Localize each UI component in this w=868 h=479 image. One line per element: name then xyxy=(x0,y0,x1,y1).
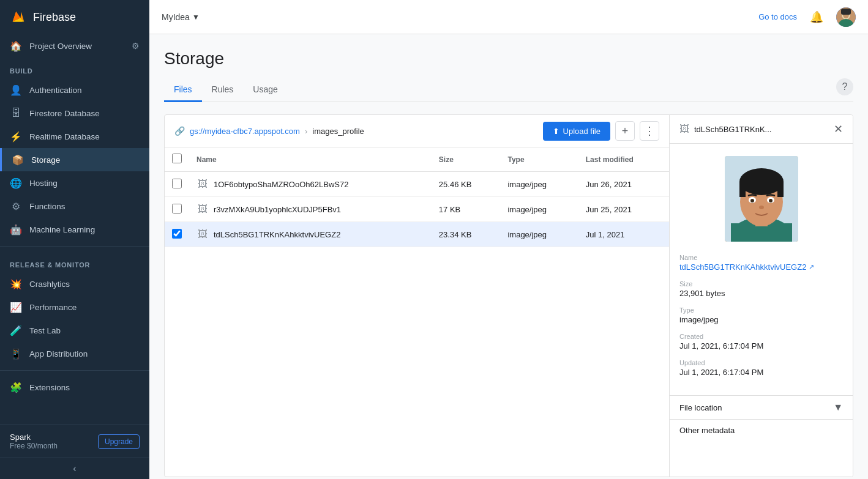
sidebar-collapse-button[interactable]: ‹ xyxy=(0,458,149,479)
sidebar-header: Firebase xyxy=(0,0,149,34)
sidebar-item-crashlytics[interactable]: 💥 Crashlytics xyxy=(0,272,149,295)
sidebar-item-authentication[interactable]: 👤 Authentication xyxy=(0,78,149,102)
auth-label: Authentication xyxy=(29,86,82,95)
row-checkbox-2[interactable] xyxy=(172,229,182,239)
firestore-icon: 🗄 xyxy=(10,107,22,119)
row-checkbox-1[interactable] xyxy=(172,204,182,214)
detail-title-text: tdLSch5BG1TRKnK... xyxy=(694,125,771,134)
avatar-face-icon xyxy=(836,7,856,27)
detail-size-label: Size xyxy=(679,280,843,288)
file-location-section[interactable]: File location ▼ xyxy=(670,395,853,419)
sidebar-item-extensions[interactable]: 🧩 Extensions xyxy=(0,376,149,399)
spark-price: Free $0/month xyxy=(10,442,58,450)
sidebar-item-hosting[interactable]: 🌐 Hosting xyxy=(0,171,149,195)
table-row[interactable]: 🖼 r3vzMXkA9Ub1yophlcXUDJP5FBv1 17 KB ima… xyxy=(165,197,669,222)
testlab-label: Test Lab xyxy=(29,326,61,335)
auth-icon: 👤 xyxy=(10,84,22,96)
upload-file-button[interactable]: ⬆ Upload file xyxy=(543,122,610,141)
svg-point-10 xyxy=(739,168,784,195)
breadcrumb-current: images_profile xyxy=(312,127,364,136)
extensions-icon: 🧩 xyxy=(10,381,22,393)
spark-plan: Spark xyxy=(10,433,58,442)
sidebar-item-firestore[interactable]: 🗄 Firestore Database xyxy=(0,102,149,125)
other-metadata-label: Other metadata xyxy=(679,426,735,435)
file-type-icon: 🖼 xyxy=(196,178,209,190)
tabs-row: Files Rules Usage ? xyxy=(164,78,853,102)
tab-rules[interactable]: Rules xyxy=(202,78,244,102)
performance-icon: 📈 xyxy=(10,301,22,313)
functions-label: Functions xyxy=(29,202,65,211)
file-type-icon: 🖼 xyxy=(196,228,209,240)
detail-type-row: Type image/jpeg xyxy=(679,306,843,324)
breadcrumb: 🔗 gs://myidea-cfbc7.appspot.com › images… xyxy=(174,126,364,136)
file-table-container: Name Size Type Last modified 🖼 1OF6obtyp… xyxy=(165,147,669,477)
file-table-body: 🖼 1OF6obtypoShaMZROoOh62LBwS72 25.46 KB … xyxy=(165,172,669,247)
ml-label: Machine Learning xyxy=(29,225,95,234)
svg-point-15 xyxy=(750,199,754,202)
sidebar-item-project-overview[interactable]: 🏠 Project Overview ⚙ xyxy=(0,34,149,58)
sidebar-item-performance[interactable]: 📈 Performance xyxy=(0,295,149,319)
file-modified: Jun 25, 2021 xyxy=(578,197,669,222)
tab-usage[interactable]: Usage xyxy=(243,78,287,102)
sidebar-bottom: Spark Free $0/month Upgrade xyxy=(0,425,149,458)
crashlytics-label: Crashlytics xyxy=(29,280,70,289)
detail-title: 🖼 tdLSch5BG1TRKnK... xyxy=(679,124,771,135)
user-avatar[interactable] xyxy=(836,7,856,27)
tab-files[interactable]: Files xyxy=(164,78,202,102)
sidebar-item-functions[interactable]: ⚙ Functions xyxy=(0,195,149,218)
table-row[interactable]: 🖼 1OF6obtypoShaMZROoOh62LBwS72 25.46 KB … xyxy=(165,172,669,197)
add-folder-button[interactable]: + xyxy=(615,121,635,141)
table-row[interactable]: 🖼 tdLSch5BG1TRKnKAhkktvivUEGZ2 23.34 KB … xyxy=(165,222,669,247)
sidebar-item-testlab[interactable]: 🧪 Test Lab xyxy=(0,319,149,342)
detail-updated-row: Updated Jul 1, 2021, 6:17:04 PM xyxy=(679,359,843,377)
svg-rect-12 xyxy=(777,182,784,197)
firestore-label: Firestore Database xyxy=(29,109,100,118)
upload-icon: ⬆ xyxy=(553,127,559,136)
upload-btn-label: Upload file xyxy=(563,127,600,136)
detail-type-label: Type xyxy=(679,306,843,314)
app-title: Firebase xyxy=(33,11,76,24)
sidebar-item-ml[interactable]: 🤖 Machine Learning xyxy=(0,218,149,241)
help-button[interactable]: ? xyxy=(836,78,853,95)
build-section-label: Build xyxy=(0,58,149,78)
chevron-left-icon: ‹ xyxy=(73,463,76,474)
sidebar-item-storage[interactable]: 📦 Storage xyxy=(0,148,149,171)
functions-icon: ⚙ xyxy=(10,200,22,212)
project-name: MyIdea xyxy=(162,12,190,22)
main-content: MyIdea ▼ Go to docs 🔔 Storage xyxy=(149,0,868,479)
file-size: 23.34 KB xyxy=(432,222,501,247)
row-checkbox-0[interactable] xyxy=(172,179,182,188)
breadcrumb-separator: › xyxy=(305,127,307,136)
file-modified: Jun 26, 2021 xyxy=(578,172,669,197)
detail-created-label: Created xyxy=(679,333,843,340)
go-to-docs-link[interactable]: Go to docs xyxy=(758,12,797,21)
svg-point-17 xyxy=(759,206,764,209)
svg-rect-11 xyxy=(739,182,746,197)
sidebar-item-realtime[interactable]: ⚡ Realtime Database xyxy=(0,125,149,148)
bucket-link[interactable]: gs://myidea-cfbc7.appspot.com xyxy=(190,127,300,136)
release-section-label: Release & Monitor xyxy=(0,251,149,272)
detail-created-value: Jul 1, 2021, 6:17:04 PM xyxy=(679,341,843,351)
sidebar-item-appdist[interactable]: 📱 App Distribution xyxy=(0,342,149,365)
testlab-icon: 🧪 xyxy=(10,324,22,336)
upgrade-button[interactable]: Upgrade xyxy=(98,434,140,449)
select-all-cell xyxy=(165,147,189,172)
detail-close-button[interactable]: ✕ xyxy=(834,122,843,136)
select-all-checkbox[interactable] xyxy=(172,154,182,163)
detail-size-value: 23,901 bytes xyxy=(679,289,843,298)
chevron-down-icon: ▼ xyxy=(833,402,843,413)
more-options-button[interactable]: ⋮ xyxy=(640,121,659,141)
file-type: image/jpeg xyxy=(500,222,578,247)
settings-icon[interactable]: ⚙ xyxy=(132,41,140,51)
storage-label: Storage xyxy=(31,155,60,165)
file-type: image/jpeg xyxy=(500,197,578,222)
notifications-button[interactable]: 🔔 xyxy=(807,7,826,27)
detail-panel-header: 🖼 tdLSch5BG1TRKnK... ✕ xyxy=(670,115,853,144)
detail-name-label: Name xyxy=(679,254,843,261)
storage-panel: 🔗 gs://myidea-cfbc7.appspot.com › images… xyxy=(164,114,853,477)
other-metadata-section[interactable]: Other metadata xyxy=(670,419,853,441)
project-dropdown[interactable]: MyIdea ▼ xyxy=(162,12,200,22)
dropdown-arrow-icon: ▼ xyxy=(192,13,200,21)
detail-name-value[interactable]: tdLSch5BG1TRKnKAhkktvivUEGZ2 ↗ xyxy=(679,262,843,272)
realtime-label: Realtime Database xyxy=(29,132,100,141)
